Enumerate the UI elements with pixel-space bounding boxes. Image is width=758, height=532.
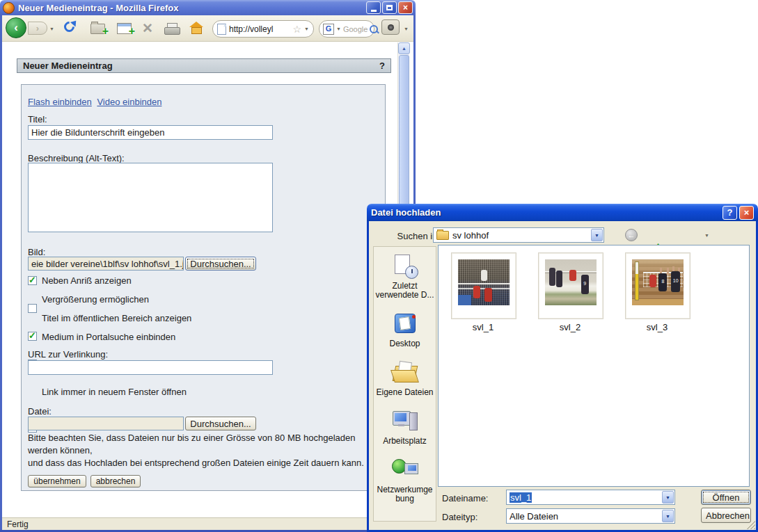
maximize-button[interactable] [382,1,397,14]
file-thumbnail-svl1[interactable] [451,252,516,319]
sidebar-item-label: Desktop [389,339,420,348]
search-box[interactable]: G ▼ Google [319,20,374,38]
url-input[interactable]: http://volleyl [229,24,290,34]
forward-button[interactable]: › [28,22,47,35]
file-thumbnail-svl2[interactable]: 9 [538,252,603,319]
scrollbar-up-icon[interactable]: ▲ [398,42,410,54]
photo-svl1 [458,259,510,305]
recent-documents-icon [392,254,418,279]
file-thumbnail-svl3[interactable]: 8 10 [625,252,690,319]
sidebar-item-netzwerkumgebung[interactable]: Netzwerkumgebung [374,458,436,503]
dateityp-combobox[interactable]: Alle Dateien ▼ [506,508,675,524]
desktop-icon [392,312,418,337]
photo-svl2: 9 [545,259,597,305]
back-button[interactable]: ‹ [6,17,26,38]
dateityp-label: Dateityp: [442,512,477,522]
file-name-label[interactable]: svl_3 [625,322,689,332]
dateiname-value[interactable]: svl_1 [510,492,532,503]
search-engine-caret[interactable]: ▼ [336,26,341,31]
flash-einbinden-link[interactable]: Flash einbinden [28,97,92,107]
checkbox-vergroesserung[interactable] [28,304,37,313]
home-button[interactable] [189,22,203,34]
minimize-button[interactable] [366,1,381,14]
new-tab-button[interactable]: + [90,24,105,34]
minimize-icon [371,10,377,12]
sidebar-item-eigene-dateien[interactable]: Eigene Dateien [374,360,436,397]
checkbox-vergroesserung-label: Vergrößerung ermöglichen [42,294,149,305]
folder-icon [436,231,449,240]
dateiname-combobox[interactable]: svl_1 ▼ [506,490,675,505]
back-icon: ‹ [14,21,18,35]
checkbox-titel-oeffentlich[interactable] [28,332,37,341]
my-computer-icon [392,409,418,434]
resize-grip[interactable] [747,521,755,529]
jersey-number: 9 [581,275,589,294]
dialog-close-button[interactable]: × [739,206,754,220]
close-button[interactable]: × [398,1,413,14]
datei-label: Datei: [28,406,52,417]
screengrab-caret[interactable]: ▼ [404,26,409,31]
bild-durchsuchen-button[interactable]: Durchsuchen... [185,257,256,271]
dateiname-caret[interactable]: ▼ [662,491,674,503]
new-window-button[interactable]: + [117,23,132,34]
url-verlinkung-input[interactable] [28,360,273,375]
page-icon [217,24,226,35]
reload-button[interactable] [64,22,74,32]
url-bar[interactable]: http://volleyl ☆ ▼ [212,20,314,38]
new-tab-icon: + [90,24,105,34]
checkbox-titel-oeffentlich-label: Titel im öffentlichen Bereich anzeigen [42,313,191,323]
datei-file-input[interactable] [28,417,184,430]
sidebar-item-desktop[interactable]: Desktop [374,312,436,348]
browser-statusbar: Fertig [2,517,413,530]
dialog-back-icon: ← [625,229,638,241]
dateityp-caret[interactable]: ▼ [662,510,674,522]
checkbox-portalsuche-label: Medium in Portalsuche einbinden [42,332,175,342]
new-window-icon: + [117,23,132,34]
beschreibung-textarea[interactable] [28,163,273,232]
sidebar-item-label: Eigene Dateien [376,388,433,397]
bookmark-star-icon[interactable]: ☆ [293,24,302,34]
url-verlinkung-label: URL zur Verlinkung: [28,349,108,360]
views-caret[interactable]: ▼ [704,233,709,238]
print-button[interactable] [164,23,180,35]
browser-titlebar[interactable]: Neuer Medieneintrag - Mozilla Firefox × [0,0,416,15]
dateityp-value: Alle Dateien [510,511,662,522]
oeffnen-button[interactable]: Öffnen [701,490,751,505]
form-header: Neuer Medieneintrag ? [17,58,391,73]
video-einbinden-link[interactable]: Video einbinden [97,97,161,107]
dialog-back-button[interactable]: ← [623,227,640,243]
folder-combobox-caret[interactable]: ▼ [591,229,603,241]
abbrechen-button[interactable]: abbrechen [90,475,141,487]
beschreibung-label: Beschreibung (Alt-Text): [28,153,125,163]
titel-label: Titel: [28,114,47,124]
search-magnifier-icon[interactable] [370,25,378,33]
sidebar-item-recent[interactable]: Zuletzt verwendete D... [374,254,436,300]
screengrab-button[interactable] [381,19,400,35]
forward-icon: › [36,23,39,33]
dialog-abbrechen-button[interactable]: Abbrechen [701,508,751,523]
my-documents-icon [392,360,418,385]
file-name-label[interactable]: svl_2 [538,322,602,332]
form-help-button[interactable]: ? [379,61,385,71]
screen: Neuer Medieneintrag - Mozilla Firefox × … [0,0,758,532]
file-name-label[interactable]: svl_1 [451,322,515,332]
sidebar-item-arbeitsplatz[interactable]: Arbeitsplatz [374,409,436,446]
file-upload-dialog: Datei hochladen ? × Suchen in: sv lohhof… [367,204,758,532]
url-dropdown-caret[interactable]: ▼ [304,26,309,31]
dialog-titlebar[interactable]: Datei hochladen ? × [367,204,758,221]
folder-combobox[interactable]: sv lohhof ▼ [433,227,604,243]
hinweis-zeile-3: und dass das Hochladen bei entsprechend … [28,458,364,468]
printer-body [164,27,180,35]
search-input[interactable]: Google [343,25,368,33]
bild-file-input[interactable]: eie bilder vereine\1blf\sv lohhof\svl_1.… [28,257,184,271]
stop-button[interactable]: ✕ [142,22,153,35]
dialog-help-button[interactable]: ? [723,206,737,220]
titel-input[interactable]: Hier die Bildunterschrift eingeben [28,125,273,140]
browser-window-title: Neuer Medieneintrag - Mozilla Firefox [18,3,365,13]
home-icon [189,22,203,27]
google-icon[interactable]: G [323,24,334,35]
uebernehmen-button[interactable]: übernehmen [28,475,86,487]
history-dropdown-caret[interactable]: ▼ [49,26,54,31]
checkbox-neben-anriss[interactable] [28,276,37,285]
datei-durchsuchen-button[interactable]: Durchsuchen... [185,417,256,430]
